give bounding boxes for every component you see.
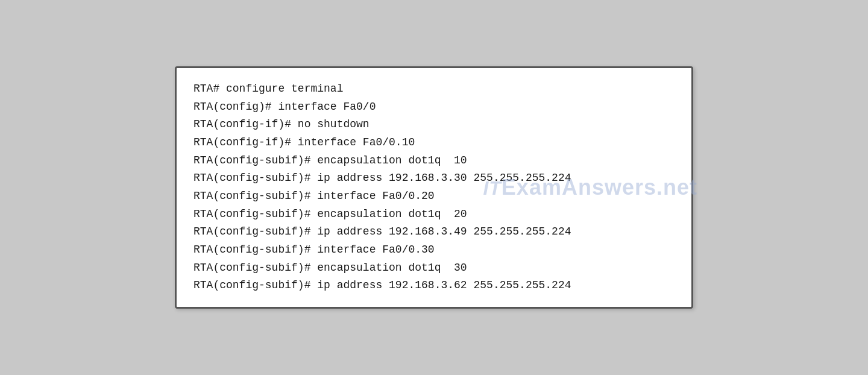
terminal-content: RTA# configure terminal RTA(config)# int… (193, 80, 675, 295)
terminal-window: RTA# configure terminal RTA(config)# int… (175, 66, 693, 309)
